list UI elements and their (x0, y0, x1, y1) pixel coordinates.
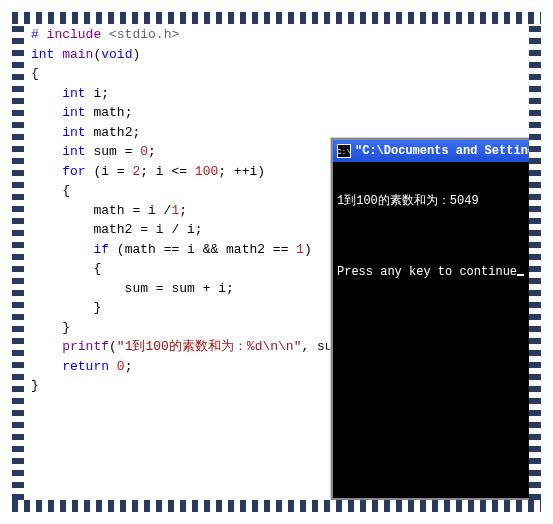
console-output: 1到100的素数和为：5049 Press any key to continu… (333, 162, 529, 309)
function-call: printf (62, 339, 109, 354)
console-title: "C:\Documents and Settings (355, 144, 529, 158)
code-line: int math; (31, 103, 522, 123)
cursor-icon (517, 274, 524, 276)
code-line: # include <stdio.h> (31, 25, 522, 45)
cmd-icon: C:\ (337, 144, 351, 158)
console-line: Press any key to continue (337, 265, 525, 279)
preprocessor-keyword: include (47, 27, 102, 42)
function-name: main (62, 47, 93, 62)
string-literal: "1到100的素数和为：%d\n\n" (117, 339, 302, 354)
code-line: int i; (31, 84, 522, 104)
code-line: { (31, 64, 522, 84)
console-line: 1到100的素数和为：5049 (337, 192, 525, 209)
include-path: <stdio.h> (101, 27, 179, 42)
preprocessor-hash: # (31, 27, 47, 42)
code-line: int main(void) (31, 45, 522, 65)
console-titlebar[interactable]: C:\ "C:\Documents and Settings (333, 140, 529, 162)
console-window[interactable]: C:\ "C:\Documents and Settings 1到100的素数和… (331, 138, 531, 500)
